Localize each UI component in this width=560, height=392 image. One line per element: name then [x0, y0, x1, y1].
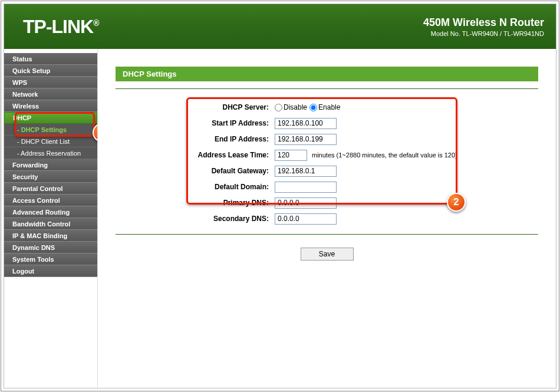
sidebar-item-network[interactable]: Network — [4, 88, 97, 100]
label-end-ip: End IP Address: — [121, 135, 275, 143]
sidebar-label: Network — [12, 91, 38, 98]
sidebar-item-access-control[interactable]: Access Control — [4, 195, 97, 206]
sidebar-label: Parental Control — [12, 185, 63, 192]
sidebar-label: Advanced Routing — [12, 209, 70, 216]
row-start-ip: Start IP Address: — [121, 117, 528, 130]
sidebar-label: Logout — [12, 268, 34, 275]
hint-lease: minutes (1~2880 minutes, the default val… — [312, 151, 457, 159]
sidebar-label: Dynamic DNS — [12, 244, 55, 251]
sidebar-item-system-tools[interactable]: System Tools — [4, 253, 97, 265]
row-dhcp-server: DHCP Server: Disable Enable — [121, 101, 528, 114]
sidebar-label: Quick Setup — [12, 67, 50, 74]
sidebar-label: Security — [12, 173, 38, 180]
sidebar-item-dynamic-dns[interactable]: Dynamic DNS — [4, 242, 97, 253]
sidebar-label: - DHCP Client List — [17, 138, 70, 145]
divider — [116, 88, 538, 89]
radio-enable-label[interactable]: Enable — [309, 103, 340, 111]
row-end-ip: End IP Address: — [121, 133, 528, 146]
sidebar-item-bandwidth-control[interactable]: Bandwidth Control — [4, 218, 97, 230]
row-domain: Default Domain: — [121, 180, 528, 193]
label-dhcp-server: DHCP Server: — [121, 103, 275, 111]
brand-text: TP-LINK — [23, 16, 93, 37]
header-info: 450M Wireless N Router Model No. TL-WR94… — [423, 17, 544, 37]
row-lease: Address Lease Time: minutes (1~2880 minu… — [121, 149, 528, 162]
sidebar-item-advanced-routing[interactable]: Advanced Routing — [4, 206, 97, 218]
radio-text: Enable — [318, 103, 340, 111]
header: TP-LINK® 450M Wireless N Router Model No… — [4, 4, 556, 49]
content: DHCP Settings DHCP Server: Disable Enabl… — [97, 49, 556, 388]
label-dns1: Primary DNS: — [121, 199, 275, 207]
sidebar-item-security[interactable]: Security — [4, 171, 97, 183]
form-area: DHCP Server: Disable Enable Start IP Add… — [116, 97, 538, 234]
label-dns2: Secondary DNS: — [121, 215, 275, 223]
sidebar-label: WPS — [12, 79, 27, 86]
input-dns1[interactable] — [275, 197, 337, 209]
sidebar-label: DHCP — [13, 114, 31, 121]
sidebar-item-parental-control[interactable]: Parental Control — [4, 183, 97, 195]
row-dns2: Secondary DNS: — [121, 212, 528, 225]
sidebar-subitem-dhcp-settings[interactable]: - DHCP Settings — [4, 124, 97, 136]
sidebar-item-ip-mac-binding[interactable]: IP & MAC Binding — [4, 230, 97, 242]
sidebar-subitem-dhcp-client-list[interactable]: - DHCP Client List — [4, 136, 97, 147]
sidebar: Status Quick Setup WPS Network Wireless … — [4, 49, 97, 388]
sidebar-item-quick-setup[interactable]: Quick Setup — [4, 65, 97, 77]
radio-enable[interactable] — [309, 104, 317, 111]
sidebar-item-forwarding[interactable]: Forwarding — [4, 159, 97, 171]
page-title: DHCP Settings — [116, 67, 538, 81]
input-start-ip[interactable] — [275, 118, 337, 129]
sidebar-label: System Tools — [12, 256, 54, 263]
input-end-ip[interactable] — [275, 134, 337, 145]
sidebar-item-wireless[interactable]: Wireless — [4, 100, 97, 112]
row-dns1: Primary DNS: — [121, 196, 528, 209]
sidebar-label: Status — [12, 55, 32, 62]
input-dns2[interactable] — [275, 213, 337, 225]
brand-logo: TP-LINK® — [23, 16, 99, 38]
radio-disable[interactable] — [275, 104, 282, 111]
product-title: 450M Wireless N Router — [423, 17, 544, 29]
sidebar-label: - DHCP Settings — [17, 126, 67, 133]
save-row: Save — [116, 248, 538, 261]
input-domain[interactable] — [275, 182, 337, 193]
sidebar-label: - Address Reservation — [17, 150, 81, 157]
sidebar-label: IP & MAC Binding — [12, 232, 67, 239]
model-number: Model No. TL-WR940N / TL-WR941ND — [423, 30, 544, 37]
label-lease: Address Lease Time: — [121, 151, 275, 159]
field-dhcp-server: Disable Enable — [275, 103, 340, 111]
save-button[interactable]: Save — [301, 248, 354, 261]
sidebar-label: Bandwidth Control — [12, 220, 70, 228]
sidebar-label: Forwarding — [12, 162, 48, 169]
registered-icon: ® — [93, 18, 98, 28]
row-gateway: Default Gateway: — [121, 164, 528, 177]
label-start-ip: Start IP Address: — [121, 119, 275, 127]
sidebar-label: Access Control — [12, 197, 60, 204]
inner-frame: TP-LINK® 450M Wireless N Router Model No… — [4, 4, 556, 388]
sidebar-label: Wireless — [12, 103, 39, 110]
sidebar-item-wps[interactable]: WPS — [4, 77, 97, 88]
sidebar-item-logout[interactable]: Logout — [4, 265, 97, 277]
sidebar-subitem-address-reservation[interactable]: - Address Reservation — [4, 147, 97, 159]
input-lease[interactable] — [275, 150, 307, 161]
input-gateway[interactable] — [275, 166, 337, 177]
sidebar-item-status[interactable]: Status — [4, 53, 97, 65]
label-domain: Default Domain: — [121, 183, 275, 191]
label-gateway: Default Gateway: — [121, 167, 275, 175]
radio-disable-label[interactable]: Disable — [275, 103, 307, 111]
body: Status Quick Setup WPS Network Wireless … — [4, 49, 556, 388]
sidebar-item-dhcp[interactable]: DHCP — [4, 112, 97, 124]
divider — [116, 234, 538, 235]
app-frame: TP-LINK® 450M Wireless N Router Model No… — [1, 1, 559, 391]
radio-text: Disable — [284, 103, 307, 111]
